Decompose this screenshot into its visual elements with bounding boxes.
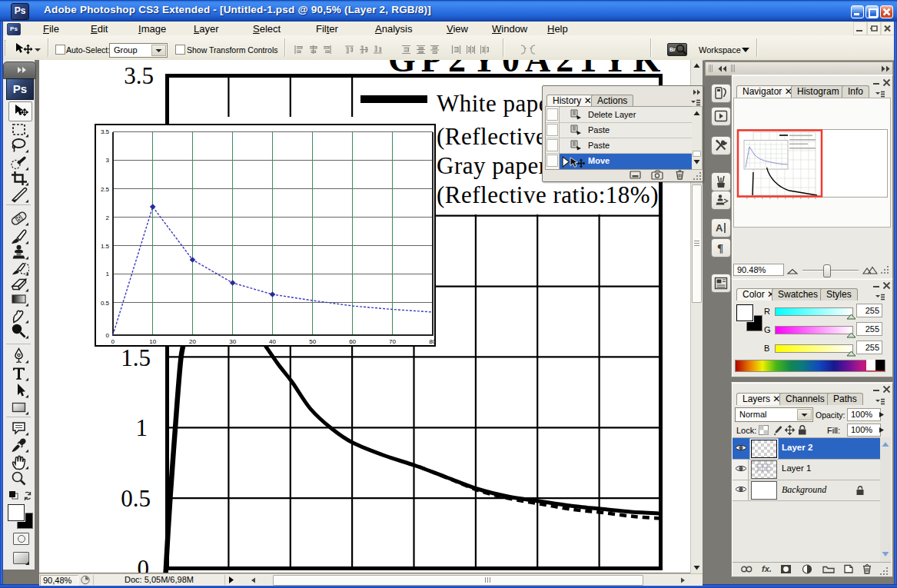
- svg-text:60: 60: [349, 338, 356, 345]
- svg-text:3: 3: [106, 157, 110, 164]
- svg-text:50: 50: [309, 338, 316, 345]
- svg-text:2.5: 2.5: [101, 186, 110, 193]
- svg-text:¶: ¶: [717, 242, 723, 254]
- svg-text:80: 80: [429, 338, 434, 345]
- svg-text:0: 0: [106, 332, 110, 339]
- svg-text:GP2Y0A21YK: GP2Y0A21YK: [388, 60, 666, 79]
- svg-text:1: 1: [106, 271, 110, 277]
- svg-text:10: 10: [149, 338, 156, 345]
- svg-text:20: 20: [189, 338, 196, 345]
- svg-text:1.5: 1.5: [101, 243, 110, 250]
- svg-text:0.5: 0.5: [121, 485, 151, 512]
- svg-text:70: 70: [389, 338, 396, 345]
- svg-text:3.5: 3.5: [101, 128, 110, 135]
- svg-text:1.5: 1.5: [121, 344, 151, 371]
- svg-text:1: 1: [136, 414, 148, 441]
- svg-text:0: 0: [138, 555, 150, 573]
- svg-text:40: 40: [269, 338, 276, 345]
- svg-text:A: A: [716, 222, 723, 234]
- svg-text:0.5: 0.5: [101, 300, 110, 307]
- svg-text:2: 2: [106, 214, 110, 221]
- svg-text:3.5: 3.5: [124, 62, 154, 89]
- svg-text:30: 30: [229, 338, 236, 345]
- svg-text:0: 0: [111, 338, 115, 345]
